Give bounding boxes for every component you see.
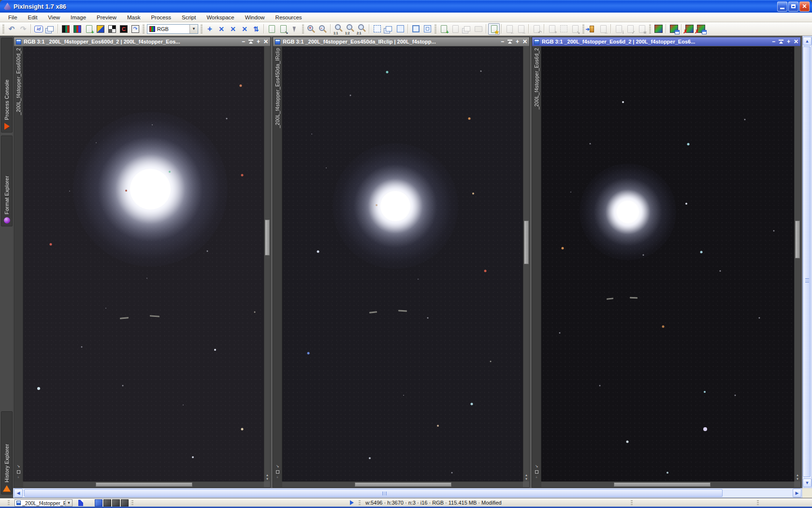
statusbar-grip[interactable] xyxy=(757,500,759,506)
toolbar-grip[interactable] xyxy=(2,25,4,33)
window-maximize-icon[interactable]: + xyxy=(516,39,519,45)
window-shade-icon[interactable] xyxy=(248,40,253,44)
readout-cursor-button[interactable] xyxy=(289,23,301,35)
zoom-to-fit-button[interactable]: ⇅ xyxy=(250,23,262,35)
scroll-dot-icon[interactable]: ▫ xyxy=(277,476,278,479)
saturation-button[interactable]: C xyxy=(118,23,130,35)
zoom-corner-icon[interactable]: ↘ xyxy=(17,464,20,468)
new-process-icon-button[interactable]: ★ xyxy=(488,23,500,35)
window-minimize-icon[interactable]: − xyxy=(772,39,775,45)
scroll-up-button[interactable]: ▲ xyxy=(803,37,812,45)
scroll-dot-icon[interactable]: ▫ xyxy=(536,476,537,479)
vertical-scroll-thumb[interactable] xyxy=(524,221,529,264)
menu-image[interactable]: Image xyxy=(65,14,91,21)
statusbar-grip[interactable] xyxy=(359,500,361,506)
vertical-scroll-thumb[interactable] xyxy=(265,220,270,255)
menu-mask[interactable]: Mask xyxy=(122,14,145,21)
resize-corner[interactable] xyxy=(523,481,529,487)
delete-all-views-button[interactable]: ✗ xyxy=(695,23,707,35)
zoom-corner-icon[interactable]: ↘ xyxy=(535,464,538,468)
menu-window[interactable]: Window xyxy=(240,14,270,21)
zoom-1-2-button[interactable]: 1:2 xyxy=(344,23,356,35)
scroll-down-button[interactable]: ▼ xyxy=(803,478,812,487)
menu-preview[interactable]: Preview xyxy=(91,14,122,21)
process-check-button[interactable]: ✓ xyxy=(624,23,636,35)
expand-window-button[interactable]: ✕ xyxy=(216,23,227,35)
horizontal-scroll-thumb[interactable] xyxy=(355,482,451,487)
quadrant-button[interactable] xyxy=(106,23,118,35)
image-identifier-button[interactable]: id xyxy=(33,23,44,35)
view-selector-strip[interactable]: _200L_f4stopper_Eos450da_IRclip ↘ ▫ xyxy=(273,46,282,481)
image-window-eos600d[interactable]: RGB 3:1 _200L_f4stopper_Eos600d_2 | 200L… xyxy=(14,37,271,488)
fit-view-icon[interactable] xyxy=(276,470,279,474)
history-explorer-tab[interactable]: History Explorer xyxy=(1,411,13,494)
window-close-icon[interactable]: ✕ xyxy=(263,39,268,45)
window-minimize-icon[interactable]: − xyxy=(501,39,504,45)
duplicate-preview-button[interactable] xyxy=(461,23,473,35)
restore-button[interactable] xyxy=(788,1,798,12)
window-shade-icon[interactable] xyxy=(779,40,783,44)
workspace-vscroll-thumb[interactable] xyxy=(803,46,811,477)
horizontal-scroll-thumb[interactable] xyxy=(614,482,710,487)
new-preview-button[interactable]: + xyxy=(438,23,450,35)
zoom-out-button[interactable]: - xyxy=(317,23,329,35)
workspace-1-button[interactable] xyxy=(95,499,102,507)
image-view[interactable] xyxy=(541,46,794,481)
image-window-titlebar[interactable]: RGB 3:1 _200L_f4stopper_Eos600d_2 | 200L… xyxy=(14,37,270,46)
zoom-in-button[interactable]: + xyxy=(305,23,317,35)
add-page-button[interactable]: + xyxy=(546,23,558,35)
toolbar-grip[interactable] xyxy=(435,25,436,33)
app-titlebar[interactable]: PixInsight 1.7 x86 ✕ xyxy=(0,0,812,13)
nav-back-button[interactable]: ← xyxy=(504,23,515,35)
preview-folder-button[interactable] xyxy=(473,23,484,35)
vertical-scrollbar[interactable]: ▲▼ xyxy=(264,46,270,481)
menu-workspace[interactable]: Workspace xyxy=(201,14,239,21)
new-view-button[interactable] xyxy=(75,499,86,507)
statusbar-grip[interactable] xyxy=(8,500,10,506)
statusbar-grip[interactable] xyxy=(631,500,633,506)
resize-corner[interactable] xyxy=(264,481,270,487)
toolbar-grip[interactable] xyxy=(302,25,304,33)
image-window-eos6d[interactable]: RGB 3:1 _200L_f4stopper_Eos6d_2 | 200L_f… xyxy=(532,37,801,488)
selection-button[interactable] xyxy=(371,23,383,35)
process-star-button[interactable]: ★ xyxy=(636,23,648,35)
screen-transfer-button[interactable] xyxy=(668,23,680,35)
vertical-scroll-thumb[interactable] xyxy=(795,221,800,258)
scroll-right-button[interactable]: ▶ xyxy=(793,489,801,497)
fit-view-icon[interactable] xyxy=(535,470,538,474)
crop-box-button[interactable] xyxy=(394,23,406,35)
view-selector-strip[interactable]: _200L_f4stopper_Eos6d_2 ↘ ▫ xyxy=(532,46,541,481)
revert-button[interactable]: ↶ xyxy=(531,23,542,35)
new-file-button[interactable] xyxy=(266,23,277,35)
view-selector-combo[interactable]: _200L_f4stopper_E ▼ xyxy=(14,499,72,507)
scroll-dot-icon[interactable]: ▫ xyxy=(18,476,19,479)
fit-window-button[interactable]: ✕ xyxy=(239,23,250,35)
window-maximize-icon[interactable]: + xyxy=(787,39,790,45)
color-management-button[interactable] xyxy=(652,23,664,35)
nav-forward-button[interactable]: → xyxy=(515,23,527,35)
workspace-vertical-scrollbar[interactable]: ▲ ▼ xyxy=(802,36,812,488)
image-view[interactable] xyxy=(23,46,264,481)
menu-edit[interactable]: Edit xyxy=(23,14,43,21)
vertical-scrollbar[interactable]: ▲▼ xyxy=(794,46,800,481)
toolbar-grip[interactable] xyxy=(143,25,145,33)
menu-view[interactable]: View xyxy=(43,14,65,21)
image-window-titlebar[interactable]: RGB 3:1 _200L_f4stopper_Eos450da_IRclip … xyxy=(273,37,529,46)
window-minimize-icon[interactable]: − xyxy=(242,39,245,45)
zoom-corner-icon[interactable]: ↘ xyxy=(276,464,279,468)
pan-mode-button[interactable]: + xyxy=(204,23,216,35)
scroll-left-button[interactable]: ◀ xyxy=(14,489,23,497)
undo-button[interactable]: ↶ xyxy=(6,23,17,35)
toolbar-grip[interactable] xyxy=(649,25,651,33)
process-info-button[interactable]: i xyxy=(613,23,624,35)
duplicate-window-button[interactable] xyxy=(44,23,56,35)
window-maximize-icon[interactable]: + xyxy=(257,39,260,45)
fit-view-icon[interactable] xyxy=(17,470,20,474)
channel-selector[interactable]: RGB ▼ xyxy=(147,24,198,34)
workspace-4-button[interactable] xyxy=(121,499,129,507)
format-explorer-tab[interactable]: Format Explorer xyxy=(1,135,13,226)
vertical-scrollbar[interactable]: ▲▼ xyxy=(523,46,529,481)
resize-corner[interactable] xyxy=(794,481,800,487)
window-close-icon[interactable]: ✕ xyxy=(794,39,798,45)
shrink-window-button[interactable]: ✕ xyxy=(227,23,239,35)
